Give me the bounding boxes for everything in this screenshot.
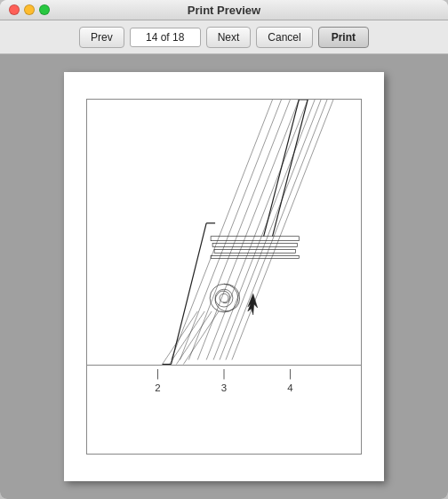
ruler-area: 2 3 4 [87,366,361,455]
page-counter: 14 of 18 [130,28,201,47]
svg-line-6 [220,100,321,360]
svg-line-1 [180,100,281,360]
svg-line-21 [264,100,300,237]
svg-line-20 [172,223,207,365]
svg-text:3: 3 [221,382,227,392]
svg-point-15 [220,294,228,302]
svg-text:4: 4 [287,382,293,392]
cancel-button[interactable]: Cancel [256,27,312,48]
svg-line-2 [188,100,290,360]
ruler-svg: 2 3 4 [87,369,361,455]
print-button[interactable]: Print [318,27,369,48]
page-sheet: 2 3 4 [64,72,384,481]
toolbar: Prev 14 of 18 Next Cancel Print [0,20,448,54]
traffic-lights [9,4,50,15]
content-area: 2 3 4 [0,54,448,499]
svg-line-5 [213,100,315,360]
svg-line-3 [197,100,299,360]
svg-line-7 [226,100,327,360]
svg-rect-9 [211,237,299,241]
svg-point-13 [210,284,238,312]
maximize-button[interactable] [39,4,50,15]
svg-rect-12 [211,256,299,259]
next-button[interactable]: Next [206,27,252,48]
svg-line-8 [232,100,333,360]
close-button[interactable] [9,4,20,15]
svg-line-16 [163,311,198,365]
page-inner: 2 3 4 [86,99,362,455]
window-title: Print Preview [188,4,260,17]
minimize-button[interactable] [24,4,35,15]
drawing-area [87,100,361,366]
main-window: Print Preview Prev 14 of 18 Next Cancel … [0,0,448,499]
prev-button[interactable]: Prev [79,27,124,48]
svg-text:2: 2 [155,382,160,392]
title-bar: Print Preview [0,0,448,20]
svg-marker-26 [248,294,258,315]
drawing-svg [87,100,361,365]
svg-rect-11 [214,250,295,254]
svg-line-23 [273,100,308,237]
